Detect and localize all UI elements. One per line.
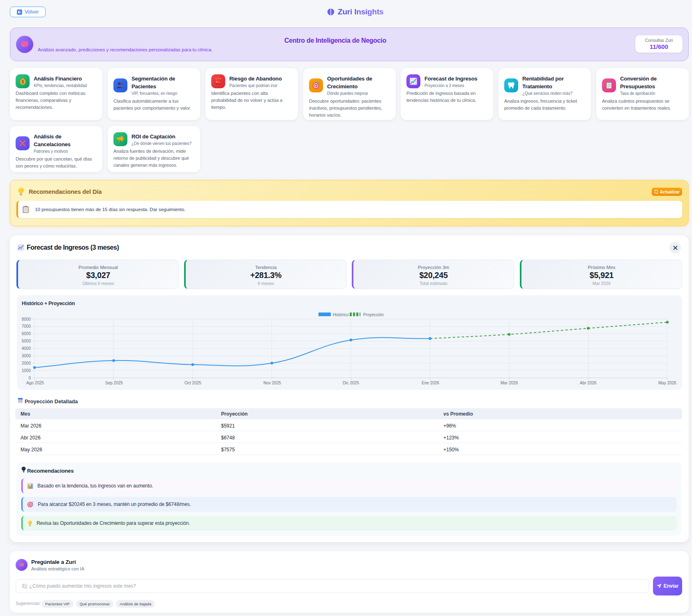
svg-text:2000: 2000: [22, 361, 31, 365]
svg-text:Ago 2025: Ago 2025: [26, 381, 44, 385]
svg-text:$: $: [21, 79, 24, 84]
svg-text:May 2026: May 2026: [658, 381, 676, 385]
svg-text:Oct 2025: Oct 2025: [185, 381, 201, 385]
svg-text:Nov 2025: Nov 2025: [263, 381, 281, 385]
svg-text:Ene 2026: Ene 2026: [422, 381, 439, 385]
svg-text:8000: 8000: [22, 317, 31, 322]
svg-text:Sep 2025: Sep 2025: [105, 381, 123, 385]
svg-text:Dic 2025: Dic 2025: [343, 381, 359, 385]
svg-text:5000: 5000: [22, 339, 31, 343]
svg-text:Abr 2026: Abr 2026: [580, 381, 597, 385]
svg-text:Histórico + Proyección: Histórico + Proyección: [22, 301, 75, 306]
svg-text:Proyección: Proyección: [363, 313, 383, 317]
svg-text:1000: 1000: [22, 368, 31, 373]
svg-text:0: 0: [28, 376, 31, 380]
svg-text:3000: 3000: [22, 354, 31, 358]
svg-text:7000: 7000: [22, 324, 31, 329]
svg-text:Mar 2026: Mar 2026: [501, 381, 518, 385]
svg-text:Histórico: Histórico: [333, 313, 349, 317]
svg-text:4000: 4000: [22, 346, 31, 351]
svg-text:6000: 6000: [22, 331, 31, 336]
